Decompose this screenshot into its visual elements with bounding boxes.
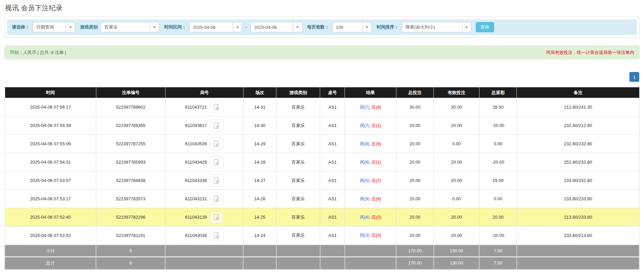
table-row[interactable]: 2025-04-06 07:56:17 522397789602 6110437… [5, 98, 639, 116]
total-row: 总计 8 170.00 130.00 7.50 [5, 257, 639, 269]
total-payout: 7.50 [479, 257, 516, 269]
cell-table-no: AS1 [320, 190, 345, 208]
date-to-value: 2025-04-06 [251, 25, 280, 30]
cell-bet-id: 522397781191 [96, 226, 165, 245]
video-replay-button[interactable] [210, 175, 223, 187]
result-banker: 庄(8) [371, 141, 381, 147]
date-from-value: 2025-04-06 [190, 25, 219, 30]
page-size-label: 每页笔数： [307, 24, 329, 30]
cell-session: 14-29 [243, 135, 276, 153]
empty-cell [165, 257, 243, 269]
cell-game: 百家乐 [276, 226, 320, 245]
empty-cell [320, 245, 345, 257]
query-button[interactable]: 查询 [476, 22, 494, 32]
cell-payout: -20.00 [479, 226, 516, 245]
cell-session: 14-27 [243, 171, 276, 190]
empty-cell [345, 257, 396, 269]
cell-round: 611043231 [165, 190, 243, 208]
chevron-down-icon [233, 22, 241, 32]
video-replay-button[interactable] [210, 120, 223, 132]
table-row[interactable]: 2025-04-06 07:52:40 522397782296 6110431… [5, 208, 639, 226]
cell-round: 611043038 [165, 226, 243, 245]
video-file-icon [213, 177, 220, 184]
cell-bet-id: 522397785993 [96, 153, 165, 171]
subtotal-label: 小计 [5, 245, 96, 257]
cell-game: 百家乐 [276, 190, 320, 208]
result-player: 闲(3) [360, 232, 370, 238]
table-row[interactable]: 2025-04-06 07:52:02 522397781191 6110430… [5, 226, 639, 245]
table-row[interactable]: 2025-04-06 07:53:17 522397783573 6110432… [5, 190, 639, 208]
cell-bet-id: 522397782296 [96, 208, 165, 226]
cell-note: 232.80/212.80 [517, 116, 639, 135]
table-row[interactable]: 2025-04-06 07:54:31 522397785993 6110434… [5, 153, 639, 171]
date-to-select[interactable]: 2025-04-06 [251, 22, 302, 32]
page-number-button[interactable]: 1 [629, 72, 639, 82]
query-type-select[interactable]: 日期查询 [33, 22, 75, 32]
cell-bet-id: 522397784838 [96, 171, 165, 190]
cell-time: 2025-04-06 07:53:17 [5, 190, 96, 208]
date-from-select[interactable]: 2025-04-06 [189, 22, 242, 32]
column-header: 备注 [517, 88, 639, 98]
video-file-icon [213, 195, 220, 202]
table-row[interactable]: 2025-04-06 07:55:39 522397788355 6110436… [5, 116, 639, 135]
cell-note: 213.80/233.80 [517, 208, 639, 226]
filter-bar: 请选择： 日期查询 游戏类别 百家乐 时间区间： 2025-04-06 ~ 20… [7, 19, 637, 35]
round-number: 611043539 [185, 141, 207, 146]
video-replay-button[interactable] [210, 211, 223, 223]
cell-game: 百家乐 [276, 208, 320, 226]
result-player: 闲(7) [360, 123, 370, 129]
cell-session: 14-31 [243, 98, 276, 116]
page-size-select[interactable]: 100 [332, 22, 372, 32]
cell-valid-bet: 0.00 [434, 135, 480, 153]
query-type-label: 请选择： [12, 24, 30, 30]
round-number: 611043429 [185, 160, 207, 165]
cell-payout: -20.00 [479, 153, 516, 171]
time-range-label: 时间区间： [164, 24, 186, 30]
game-category-label: 游戏类别 [80, 24, 98, 30]
time-order-value: 降幂(由大到小) [402, 24, 438, 30]
cell-game: 百家乐 [276, 171, 320, 190]
cell-note: 233.80/213.80 [517, 226, 639, 245]
video-replay-button[interactable] [210, 156, 223, 168]
result-banker: 庄(1) [371, 123, 381, 129]
cell-result: 闲(8) 庄(8) [345, 135, 396, 153]
subtotal-row: 小计 8 170.00 130.00 7.50 [5, 245, 639, 257]
filter-panel: 请选择： 日期查询 游戏类别 百家乐 时间区间： 2025-04-06 ~ 20… [4, 17, 640, 38]
currency-total-text: 币别：人民币 | 总共 :8 注单 | [10, 50, 66, 56]
round-number: 611043338 [185, 178, 207, 183]
table-row[interactable]: 2025-04-06 07:55:09 522397787255 6110435… [5, 135, 639, 153]
cell-note: 233.80/252.80 [517, 171, 639, 190]
table-row[interactable]: 2025-04-06 07:53:57 522397784838 6110433… [5, 171, 639, 190]
empty-cell [276, 245, 320, 257]
video-replay-button[interactable] [210, 101, 223, 113]
video-replay-button[interactable] [210, 193, 223, 205]
cell-note: 233.80/233.80 [517, 190, 639, 208]
cell-time: 2025-04-06 07:53:57 [5, 171, 96, 190]
cell-game: 百家乐 [276, 116, 320, 135]
column-header: 时间 [5, 88, 96, 98]
cell-result: 闲(6) 庄(0) [345, 208, 396, 226]
subtotal-total-bet: 170.00 [396, 245, 433, 257]
round-number: 611043139 [185, 215, 207, 220]
cell-valid-bet: 20.00 [434, 116, 480, 135]
cell-valid-bet: 0.00 [434, 190, 480, 208]
cell-table-no: AS1 [320, 116, 345, 135]
chevron-down-icon [363, 22, 371, 32]
cell-total-bet: 20.00 [396, 135, 433, 153]
game-category-select[interactable]: 百家乐 [101, 22, 159, 32]
cell-note: 232.80/232.80 [517, 135, 639, 153]
result-banker: 庄(9) [371, 196, 381, 202]
video-file-icon [213, 140, 220, 147]
chevron-down-icon [66, 22, 75, 32]
round-number: 611043231 [185, 196, 207, 201]
total-valid-bet: 130.00 [434, 257, 480, 269]
cell-result: 闲(9) 庄(9) [345, 190, 396, 208]
video-replay-button[interactable] [210, 229, 223, 241]
cell-time: 2025-04-06 07:52:40 [5, 208, 96, 226]
result-player: 闲(6) [360, 214, 370, 220]
cell-valid-bet: 20.00 [434, 171, 480, 190]
cell-bet-id: 522397787255 [96, 135, 165, 153]
time-order-select[interactable]: 降幂(由大到小) [402, 22, 471, 32]
video-replay-button[interactable] [210, 138, 223, 150]
cell-table-no: AS1 [320, 208, 345, 226]
